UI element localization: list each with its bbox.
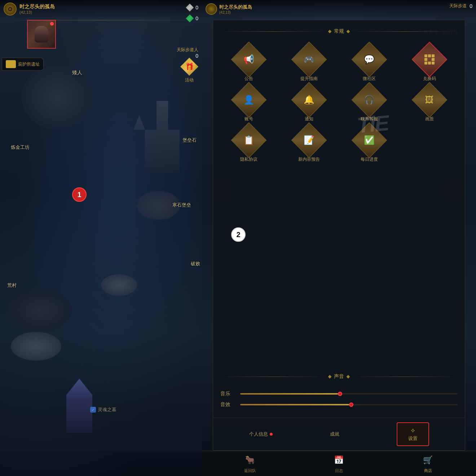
community-icon-wrap: 💬 xyxy=(357,47,382,72)
terrain-rocks-2 xyxy=(101,274,137,296)
settings-item-preview[interactable]: 📝 新内容预告 xyxy=(281,128,337,163)
activity-label: 活动 xyxy=(185,77,194,83)
shop-label: 商店 xyxy=(424,468,432,473)
quality-icon-wrap: 🖼 xyxy=(417,87,442,112)
sound-section-header: 声音 xyxy=(213,373,465,380)
personal-info-label: 个人信息 xyxy=(249,431,268,437)
right-top-bar: 时之尽头的孤岛 (42,13) 天际步道 0 xyxy=(202,0,476,18)
shelter-icon xyxy=(6,60,16,68)
right-top-right: 天际步道 0 xyxy=(449,3,472,9)
preview-icon-wrap: 📝 xyxy=(296,128,322,153)
right-location-name: 时之尽头的孤岛 xyxy=(219,4,252,10)
divider-diamond-left xyxy=(328,30,332,33)
general-section-label: 常规 xyxy=(334,28,344,35)
sky-walk-counter: 天际步道人 0 xyxy=(177,47,198,59)
personal-info-dot xyxy=(270,433,273,436)
music-slider-fill xyxy=(240,393,338,395)
hero-portrait[interactable] xyxy=(27,20,56,49)
bottom-tab-bar: 🐂 返回队 📅 日志 🛒 商店 xyxy=(202,451,476,476)
location-coords: (42,13) xyxy=(19,10,55,14)
location-icon: ⚙ xyxy=(4,3,17,15)
privacy-diamond: 📋 xyxy=(231,123,266,158)
tab-return-team[interactable]: 🐂 返回队 xyxy=(243,454,256,473)
announcement-icon: 📢 xyxy=(243,54,254,64)
settings-content: 📢 公告 🎮 提升指南 xyxy=(213,40,465,370)
activity-icon: 🎁 xyxy=(180,58,198,76)
achievement-button[interactable]: 成就 xyxy=(330,431,339,437)
step-badge-2: 2 xyxy=(231,227,246,242)
community-diamond: 💬 xyxy=(351,42,387,77)
community-icon: 💬 xyxy=(364,54,375,64)
shelter-button[interactable]: 庇护所遗址 xyxy=(2,58,44,71)
right-sky-count: 0 xyxy=(470,3,472,9)
effects-label: 音效 xyxy=(220,401,235,408)
settings-item-account[interactable]: 👤 账号 xyxy=(220,87,277,122)
personal-info-row: 个人信息 成就 ⟡ 设置 xyxy=(213,418,465,450)
settings-item-daily[interactable]: ✅ 每日进度 xyxy=(341,128,397,163)
broken-label: 破败 xyxy=(191,261,200,267)
preview-icon: 📝 xyxy=(304,135,314,145)
terrain-cliff xyxy=(22,65,94,130)
tab-daily-log[interactable]: 📅 日志 xyxy=(332,454,345,473)
badge-1-number: 1 xyxy=(77,191,81,199)
right-location-coords: (42,13) xyxy=(219,10,252,14)
redeem-icon xyxy=(424,54,435,64)
sound-diamond-right xyxy=(347,375,350,378)
support-icon-wrap: 🎧 xyxy=(357,87,382,112)
shop-icon: 🛒 xyxy=(422,454,435,467)
music-slider-track[interactable] xyxy=(240,393,458,395)
tab-shop[interactable]: 🛒 商店 xyxy=(422,454,435,473)
desolate-village-label: 荒村 xyxy=(7,282,17,289)
gem-count: 0 xyxy=(195,5,198,10)
settings-active-label: 设置 xyxy=(408,435,418,442)
redeem-icon-wrap xyxy=(417,47,442,72)
settings-item-notify[interactable]: 🔔 通知 xyxy=(281,87,337,122)
quality-diamond: 🖼 xyxy=(411,82,447,118)
left-side-buttons: 庇护所遗址 xyxy=(0,58,44,71)
green-gem-counter: 0 xyxy=(186,14,198,22)
terrain-village xyxy=(7,289,72,332)
settings-active-icon: ⟡ xyxy=(411,427,415,434)
settings-item-guide[interactable]: 🎮 提升指南 xyxy=(281,47,337,82)
settings-item-privacy[interactable]: 📋 隐私协议 xyxy=(220,128,277,163)
announcement-icon-wrap: 📢 xyxy=(236,47,261,72)
sky-walk-label: 天际步道人 xyxy=(177,47,198,53)
personal-info-button[interactable]: 个人信息 xyxy=(249,431,273,437)
terrain-rocks-1 xyxy=(11,332,61,361)
settings-item-quality[interactable]: 🖼 画质 xyxy=(401,87,458,122)
effects-slider-track[interactable] xyxy=(240,404,458,405)
dwarf-label: 矮人 xyxy=(72,70,82,76)
account-icon-wrap: 👤 xyxy=(236,87,261,112)
quality-icon: 🖼 xyxy=(425,95,434,105)
activity-button[interactable]: 🎁 活动 xyxy=(180,58,198,83)
settings-item-redeem[interactable]: 兑换码 xyxy=(401,47,458,82)
achievement-label: 成就 xyxy=(330,431,339,437)
right-location-text: 时之尽头的孤岛 (42,13) xyxy=(219,4,252,14)
guide-icon-wrap: 🎮 xyxy=(296,47,322,72)
alchemy-label: 炼金工坊 xyxy=(11,144,30,151)
bottom-terrain xyxy=(0,379,202,451)
right-location-badge: 时之尽头的孤岛 (42,13) xyxy=(206,3,252,15)
effects-slider-fill xyxy=(240,404,349,405)
account-diamond: 👤 xyxy=(231,82,266,118)
left-panel: ⚙ 时之尽头的孤岛 (42,13) 0 0 天际步道人 0 🎁 活动 矮人 xyxy=(0,0,202,476)
daily-diamond: ✅ xyxy=(351,123,387,158)
settings-item-announcement[interactable]: 📢 公告 xyxy=(220,47,277,82)
daily-icon: ✅ xyxy=(364,135,375,145)
settings-item-support[interactable]: 🎧 联系客服 xyxy=(341,87,397,122)
hero-portrait-notification xyxy=(50,22,54,26)
daily-log-icon: 📅 xyxy=(332,454,345,467)
green-gem-icon xyxy=(186,14,194,22)
notify-icon: 🔔 xyxy=(304,95,314,105)
return-team-icon: 🐂 xyxy=(243,454,256,467)
settings-grid: 📢 公告 🎮 提升指南 xyxy=(220,43,458,166)
effects-slider-thumb[interactable] xyxy=(349,402,353,407)
settings-active-button[interactable]: ⟡ 设置 xyxy=(397,422,429,446)
account-icon: 👤 xyxy=(243,95,254,105)
settings-header: 常规 xyxy=(213,20,465,40)
notify-icon-wrap: 🔔 xyxy=(296,87,322,112)
settings-item-community[interactable]: 💬 微社区 xyxy=(341,47,397,82)
music-slider-thumb[interactable] xyxy=(338,392,342,396)
gem-icon xyxy=(186,4,194,12)
effects-slider-row: 音效 xyxy=(220,401,458,408)
